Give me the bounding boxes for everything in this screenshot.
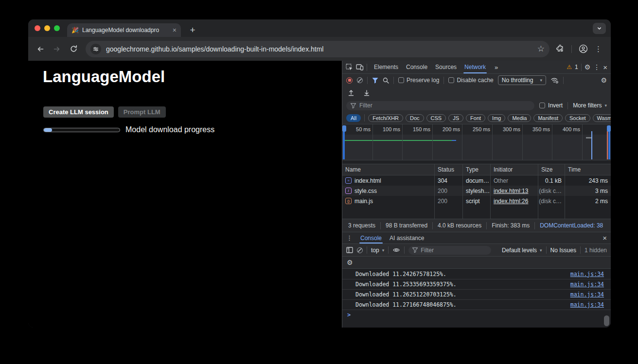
checkbox-icon[interactable] [539, 103, 545, 108]
devtools-menu-icon[interactable]: ⋮ [593, 63, 600, 71]
hidden-messages-label[interactable]: 1 hidden [585, 247, 607, 254]
disable-cache-checkbox[interactable]: Disable cache [448, 77, 493, 84]
column-header-status[interactable]: Status [435, 164, 463, 175]
request-name-cell[interactable]: ≡index.html [342, 175, 435, 186]
extensions-puzzle-icon[interactable] [556, 45, 565, 53]
devtools-tab-network[interactable]: Network [461, 61, 490, 73]
search-icon[interactable] [383, 77, 389, 84]
import-har-icon[interactable] [348, 89, 354, 96]
url-text[interactable]: googlechrome.github.io/samples/downloadi… [106, 45, 532, 53]
devtools-close-icon[interactable]: × [603, 63, 607, 71]
request-name[interactable]: index.html [354, 177, 381, 184]
filter-chip-doc[interactable]: Doc [406, 114, 424, 122]
browser-menu-icon[interactable]: ⋮ [595, 45, 602, 53]
more-filters-dropdown[interactable]: More filters ▾ [573, 102, 607, 109]
reload-button[interactable] [67, 43, 80, 55]
console-prompt-row[interactable]: > [342, 310, 611, 319]
network-filter-input[interactable]: Filter [346, 101, 534, 110]
log-levels-dropdown[interactable]: Default levels ▾ [502, 247, 542, 254]
drawer-close-icon[interactable]: × [603, 234, 607, 242]
request-name-cell[interactable]: /style.css [342, 186, 435, 196]
filter-chip-fetch-xhr[interactable]: Fetch/XHR [368, 114, 403, 122]
column-header-initiator[interactable]: Initiator [491, 164, 538, 175]
column-header-name[interactable]: Name [342, 164, 435, 175]
forward-button[interactable] [51, 43, 63, 55]
request-initiator-cell[interactable]: index.html:26 [491, 196, 538, 206]
table-row[interactable]: ()main.js200scriptindex.html:26(disk c…2… [342, 196, 611, 206]
inspect-element-icon[interactable] [346, 64, 353, 71]
tab-close-icon[interactable]: × [173, 27, 177, 34]
tab-search-button[interactable] [593, 23, 606, 34]
preserve-log-checkbox[interactable]: Preserve log [398, 77, 439, 84]
console-message[interactable]: Downloaded 11.26251220703125%.main.js:34 [342, 289, 611, 299]
warning-count[interactable]: 1 [575, 64, 578, 70]
filter-chip-img[interactable]: Img [488, 114, 505, 122]
site-settings-icon[interactable] [90, 44, 101, 54]
create-llm-session-button[interactable]: Create LLM session [43, 106, 114, 118]
filter-chip-socket[interactable]: Socket [565, 114, 590, 122]
console-source-link[interactable]: main.js:34 [570, 301, 604, 308]
console-message[interactable]: Downloaded 11.27166748046875%.main.js:34 [342, 299, 611, 310]
drawer-tab-ai-assistance[interactable]: AI assistance [386, 232, 428, 243]
checkbox-icon[interactable] [448, 77, 454, 83]
filter-funnel-icon[interactable] [372, 77, 378, 84]
console-sidebar-icon[interactable] [346, 247, 353, 253]
column-header-size[interactable]: Size [538, 164, 565, 175]
console-source-link[interactable]: main.js:34 [570, 271, 604, 277]
devtools-tab-console[interactable]: Console [402, 61, 431, 73]
filter-chip-manifest[interactable]: Manifest [533, 114, 563, 122]
filter-chip-font[interactable]: Font [466, 114, 485, 122]
address-bar[interactable]: googlechrome.github.io/samples/downloadi… [86, 41, 549, 57]
throttling-dropdown[interactable]: No throttling ▾ [498, 75, 546, 85]
drawer-tab-console[interactable]: Console [356, 232, 386, 243]
console-source-link[interactable]: main.js:34 [570, 281, 604, 288]
request-name[interactable]: main.js [354, 198, 373, 205]
filter-chip-wasm[interactable]: Wasm [593, 114, 611, 122]
live-expression-eye-icon[interactable] [392, 247, 400, 253]
network-overview-timeline[interactable]: 50 ms100 ms150 ms200 ms250 ms300 ms350 m… [342, 124, 611, 164]
console-source-link[interactable]: main.js:34 [570, 291, 604, 298]
drawer-menu-icon[interactable]: ⋮ [346, 234, 354, 242]
filter-chip-all[interactable]: All [346, 114, 361, 122]
record-network-log-icon[interactable] [346, 77, 353, 84]
request-name-cell[interactable]: ()main.js [342, 196, 435, 206]
devtools-tab-sources[interactable]: Sources [431, 61, 461, 73]
minimize-window-button[interactable] [44, 25, 50, 31]
network-conditions-icon[interactable] [550, 77, 559, 84]
devtools-settings-gear-icon[interactable]: ⚙ [585, 63, 591, 71]
filter-chip-media[interactable]: Media [508, 114, 531, 122]
context-selector[interactable]: top ▾ [371, 247, 384, 254]
request-initiator-cell[interactable]: index.html:13 [491, 186, 538, 196]
export-har-icon[interactable] [363, 89, 370, 96]
console-message[interactable]: Downloaded 11.25335693359375%.main.js:34 [342, 279, 611, 289]
column-header-type[interactable]: Type [463, 164, 491, 175]
profile-avatar-icon[interactable] [579, 44, 588, 53]
more-panels-icon[interactable]: » [493, 64, 500, 71]
warning-icon[interactable]: ⚠ [567, 64, 572, 70]
request-name[interactable]: style.css [354, 188, 377, 194]
column-header-time[interactable]: Time [565, 164, 611, 175]
clear-console-icon[interactable] [357, 247, 363, 253]
new-tab-button[interactable]: + [186, 23, 199, 37]
maximize-window-button[interactable] [54, 25, 60, 31]
console-filter-input[interactable]: Filter [408, 246, 491, 255]
filter-chip-css[interactable]: CSS [426, 114, 446, 122]
browser-tab[interactable]: 🎉 LanguageModel downloadpro × [67, 23, 181, 37]
table-row[interactable]: ≡index.html304docum…Other0.1 kB243 ms [342, 175, 611, 186]
invert-checkbox[interactable]: Invert [539, 102, 563, 109]
device-toolbar-icon[interactable] [356, 64, 364, 70]
no-issues-label[interactable]: No Issues [550, 247, 576, 254]
devtools-tab-elements[interactable]: Elements [370, 61, 402, 73]
close-window-button[interactable] [35, 25, 40, 31]
console-message[interactable]: Downloaded 11.24267578125%.main.js:34 [342, 269, 611, 279]
back-button[interactable] [34, 43, 47, 55]
table-row[interactable]: /style.css200stylesh…index.html:13(disk … [342, 186, 611, 196]
checkbox-icon[interactable] [398, 77, 404, 83]
network-settings-gear-icon[interactable]: ⚙ [601, 76, 607, 84]
filter-chip-js[interactable]: JS [448, 114, 463, 122]
clear-network-log-icon[interactable] [357, 77, 363, 83]
console-settings-gear-icon[interactable]: ⚙ [347, 259, 353, 266]
bookmark-star-icon[interactable]: ☆ [537, 44, 545, 54]
timeline-right-knob[interactable] [607, 125, 611, 132]
console-scrollbar-thumb[interactable] [604, 315, 609, 326]
